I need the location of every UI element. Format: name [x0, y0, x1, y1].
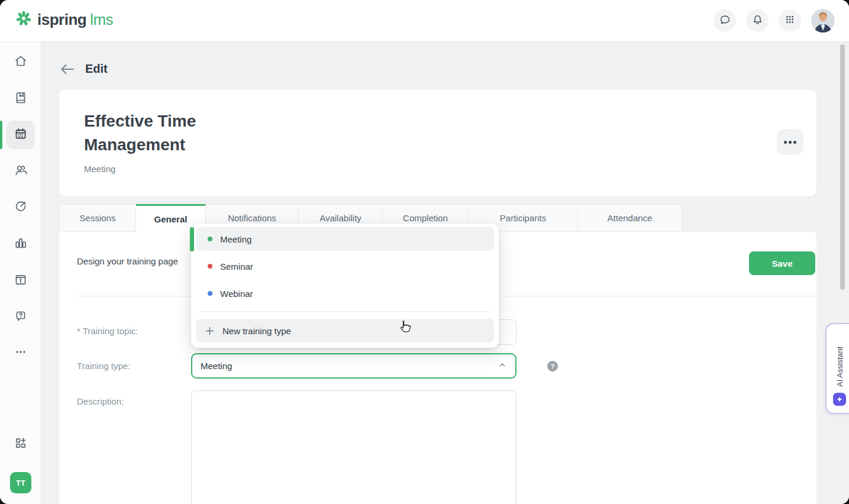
notifications-button[interactable]: [746, 9, 769, 32]
workspace-avatar[interactable]: TT: [10, 472, 31, 493]
sidebar-active-indicator: [0, 121, 2, 149]
home-icon: [14, 54, 28, 70]
training-card: Effective Time Management Meeting: [59, 90, 816, 196]
support-icon: [14, 309, 28, 325]
sidebar: TT: [0, 41, 41, 504]
sidebar-item-more[interactable]: [7, 339, 35, 367]
description-textarea[interactable]: [191, 390, 516, 504]
logo-text: ispringlms: [37, 11, 113, 29]
training-type-subtitle: Meeting: [84, 164, 115, 174]
tab-attendance[interactable]: Attendance: [578, 204, 682, 232]
ispring-logo[interactable]: ispringlms: [15, 10, 113, 29]
ispring-flower-icon: [15, 10, 32, 29]
workspace-initials: TT: [16, 479, 25, 487]
sidebar-item-users[interactable]: [7, 157, 35, 186]
training-type-label: Training type:: [77, 361, 130, 371]
sidebar-item-addons[interactable]: [7, 430, 35, 458]
webinar-dot-icon: [208, 291, 212, 296]
main-area: Edit Effective Time Management Meeting S…: [41, 41, 849, 504]
sidebar-item-reports[interactable]: [7, 230, 35, 259]
tab-sessions[interactable]: Sessions: [59, 204, 136, 232]
info-icon: [14, 273, 28, 289]
seminar-dot-icon: [208, 264, 212, 269]
save-button[interactable]: Save: [749, 251, 815, 275]
reports-icon: [14, 236, 28, 253]
design-hint-label: Design your training page: [77, 256, 178, 266]
new-training-type-button[interactable]: New training type: [196, 319, 494, 343]
sidebar-item-support[interactable]: [7, 303, 35, 331]
ellipsis-icon: [784, 141, 787, 144]
chat-button[interactable]: [714, 9, 736, 32]
card-menu-button[interactable]: [777, 129, 803, 155]
chat-icon: [719, 14, 731, 28]
training-title: Effective Time Management: [84, 109, 279, 157]
dropdown-item-webinar[interactable]: Webinar: [196, 282, 494, 305]
more-icon: [14, 345, 28, 361]
library-icon: [14, 91, 28, 107]
plus-icon: [204, 325, 215, 337]
dropdown-divider: [201, 311, 489, 312]
meeting-dot-icon: [208, 237, 212, 241]
apps-grid-icon: [784, 14, 796, 28]
bell-icon: [751, 14, 764, 28]
training-topic-label: * Training topic:: [77, 326, 138, 336]
goals-icon: [14, 199, 28, 216]
ai-sparkle-icon: [833, 393, 846, 406]
ai-assistant-label: AI Assistant: [835, 347, 844, 387]
help-icon[interactable]: ?: [547, 361, 558, 371]
back-button[interactable]: [60, 63, 76, 77]
description-label: Description:: [77, 396, 124, 406]
calendar-icon: [14, 127, 28, 143]
apps-button[interactable]: [779, 9, 801, 32]
training-type-dropdown: Meeting Seminar Webinar New training typ…: [191, 224, 499, 348]
addons-icon: [14, 436, 28, 453]
ai-assistant-tab[interactable]: AI Assistant: [825, 323, 849, 414]
scrollbar-thumb[interactable]: [840, 44, 845, 290]
training-type-value: Meeting: [201, 361, 498, 371]
selected-item-indicator: [190, 227, 194, 251]
app-window: ispringlms: [0, 0, 849, 504]
sidebar-item-info[interactable]: [7, 267, 35, 295]
sidebar-item-library[interactable]: [7, 85, 35, 113]
sidebar-item-calendar[interactable]: [7, 121, 35, 149]
training-type-select[interactable]: Meeting: [191, 353, 516, 379]
topbar: ispringlms: [0, 0, 849, 41]
users-icon: [14, 163, 28, 180]
sidebar-item-home[interactable]: [7, 48, 35, 76]
user-avatar[interactable]: [811, 9, 835, 33]
chevron-up-icon: [498, 360, 507, 372]
page-title: Edit: [85, 62, 108, 76]
sidebar-item-goals[interactable]: [7, 193, 35, 222]
dropdown-item-meeting[interactable]: Meeting: [196, 227, 494, 251]
dropdown-item-seminar[interactable]: Seminar: [196, 254, 494, 278]
